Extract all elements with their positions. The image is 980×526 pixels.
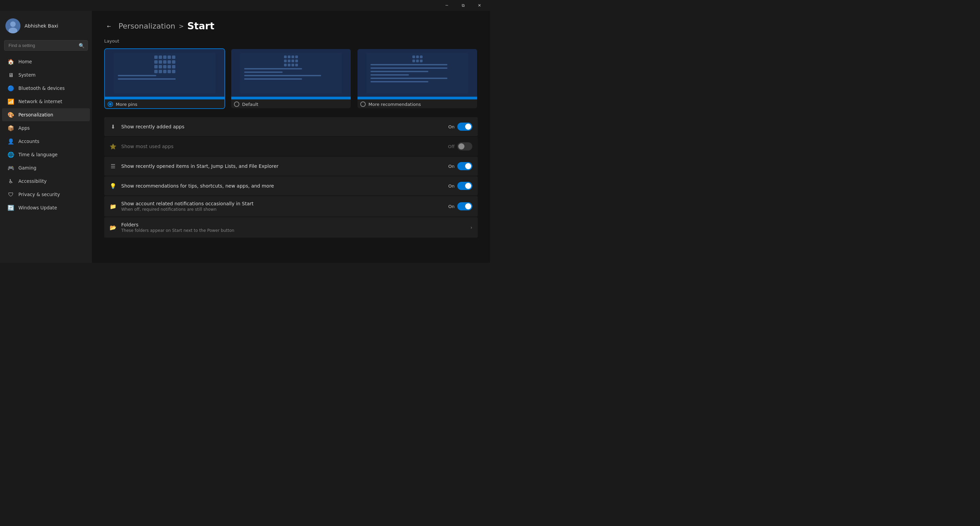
- setting-info-recommendations: Show recommendations for tips, shortcuts…: [121, 183, 444, 189]
- setting-icon-folders: 📂: [110, 224, 116, 231]
- radio-more-recs[interactable]: [360, 102, 366, 107]
- setting-row-recently-opened[interactable]: ☰ Show recently opened items in Start, J…: [104, 157, 478, 176]
- nav-label-bluetooth: Bluetooth & devices: [18, 86, 65, 91]
- sidebar-item-gaming[interactable]: 🎮 Gaming: [2, 161, 90, 174]
- sidebar: Abhishek Baxi 🔍 🏠 Home 🖥 System 🔵 Blueto…: [0, 11, 92, 263]
- close-button[interactable]: ✕: [472, 0, 487, 11]
- nav-icon-privacy: 🛡: [8, 191, 14, 198]
- nav-icon-personalization: 🎨: [8, 111, 14, 118]
- setting-control-account-notifications: On: [449, 202, 472, 210]
- toggle-thumb-recommendations: [465, 183, 471, 189]
- sidebar-item-accounts[interactable]: 👤 Accounts: [2, 135, 90, 148]
- app-body: Abhishek Baxi 🔍 🏠 Home 🖥 System 🔵 Blueto…: [0, 11, 490, 263]
- nav-icon-accounts: 👤: [8, 138, 14, 145]
- sidebar-item-accessibility[interactable]: ♿ Accessibility: [2, 175, 90, 188]
- breadcrumb-separator: >: [179, 22, 184, 30]
- setting-row-most-used[interactable]: ⭐ Show most used apps Off: [104, 137, 478, 156]
- setting-row-recently-added[interactable]: ⬇ Show recently added apps On: [104, 117, 478, 136]
- setting-row-recommendations[interactable]: 💡 Show recommendations for tips, shortcu…: [104, 176, 478, 195]
- setting-info-recently-opened: Show recently opened items in Start, Jum…: [121, 164, 444, 169]
- nav-icon-update: 🔄: [8, 204, 14, 211]
- toggle-recommendations[interactable]: [457, 182, 472, 190]
- nav-icon-network: 📶: [8, 98, 14, 105]
- nav-label-personalization: Personalization: [18, 112, 53, 118]
- setting-row-account-notifications[interactable]: 📁 Show account related notifications occ…: [104, 196, 478, 216]
- nav-label-system: System: [18, 72, 35, 78]
- setting-control-recently-opened: On: [449, 162, 472, 170]
- nav-icon-gaming: 🎮: [8, 164, 14, 171]
- minimize-button[interactable]: ─: [439, 0, 455, 11]
- nav-icon-system: 🖥: [8, 72, 14, 78]
- setting-info-recently-added: Show recently added apps: [121, 124, 444, 129]
- card-bar-default: [231, 97, 351, 99]
- setting-title-folders: Folders: [121, 222, 466, 227]
- sidebar-item-apps[interactable]: 📦 Apps: [2, 122, 90, 135]
- radio-more-pins[interactable]: [108, 102, 113, 107]
- toggle-label-recommendations: On: [449, 183, 455, 189]
- content-area: ← Personalization > Start Layout More pi…: [92, 11, 490, 263]
- avatar: [5, 18, 21, 33]
- toggle-label-most-used: Off: [448, 144, 455, 149]
- sidebar-item-privacy[interactable]: 🛡 Privacy & security: [2, 188, 90, 201]
- toggle-thumb-most-used: [458, 143, 465, 149]
- search-input[interactable]: [4, 40, 88, 51]
- sidebar-item-update[interactable]: 🔄 Windows Update: [2, 201, 90, 214]
- setting-title-recently-added: Show recently added apps: [121, 124, 444, 129]
- radio-default[interactable]: [234, 102, 239, 107]
- nav-list: 🏠 Home 🖥 System 🔵 Bluetooth & devices 📶 …: [0, 55, 92, 215]
- toggle-label-account-notifications: On: [449, 204, 455, 209]
- nav-label-network: Network & internet: [18, 99, 62, 104]
- nav-label-privacy: Privacy & security: [18, 192, 60, 197]
- user-name: Abhishek Baxi: [24, 23, 58, 29]
- nav-icon-accessibility: ♿: [8, 178, 14, 184]
- back-button[interactable]: ←: [104, 21, 114, 31]
- nav-icon-bluetooth: 🔵: [8, 85, 14, 92]
- toggle-thumb-recently-added: [465, 124, 471, 130]
- toggle-account-notifications[interactable]: [457, 202, 472, 210]
- card-bar-more-pins: [105, 97, 224, 99]
- setting-subtitle-account-notifications: When off, required notifications are sti…: [121, 207, 444, 212]
- toggle-recently-added[interactable]: [457, 122, 472, 131]
- sidebar-item-home[interactable]: 🏠 Home: [2, 55, 90, 68]
- setting-icon-recommendations: 💡: [110, 183, 116, 189]
- nav-label-accounts: Accounts: [18, 138, 40, 144]
- breadcrumb-parent[interactable]: Personalization: [118, 22, 175, 30]
- nav-label-apps: Apps: [18, 125, 30, 131]
- breadcrumb-current: Start: [187, 21, 215, 32]
- setting-subtitle-folders: These folders appear on Start next to th…: [121, 228, 466, 233]
- sidebar-item-network[interactable]: 📶 Network & internet: [2, 95, 90, 108]
- setting-icon-most-used: ⭐: [110, 143, 116, 150]
- restore-button[interactable]: ⧉: [455, 0, 471, 11]
- toggle-label-recently-opened: On: [449, 164, 455, 169]
- layout-card-default[interactable]: Default: [231, 48, 352, 109]
- nav-icon-time: 🌐: [8, 151, 14, 158]
- card-preview-default: [231, 49, 351, 97]
- setting-title-recently-opened: Show recently opened items in Start, Jum…: [121, 164, 444, 169]
- setting-icon-recently-opened: ☰: [110, 163, 116, 170]
- setting-info-account-notifications: Show account related notifications occas…: [121, 201, 444, 212]
- setting-icon-account-notifications: 📁: [110, 203, 116, 210]
- user-profile[interactable]: Abhishek Baxi: [0, 15, 92, 40]
- sidebar-item-time[interactable]: 🌐 Time & language: [2, 148, 90, 161]
- setting-row-folders[interactable]: 📂 Folders These folders appear on Start …: [104, 217, 478, 238]
- search-box[interactable]: 🔍: [4, 40, 88, 51]
- sidebar-item-bluetooth[interactable]: 🔵 Bluetooth & devices: [2, 82, 90, 95]
- toggle-most-used[interactable]: [457, 142, 472, 151]
- settings-list: ⬇ Show recently added apps On ⭐ Show mos…: [104, 117, 478, 238]
- setting-control-recommendations: On: [449, 182, 472, 190]
- toggle-thumb-recently-opened: [465, 163, 471, 169]
- card-label-row-default: Default: [231, 99, 351, 108]
- layout-card-more-recs[interactable]: More recommendations: [357, 48, 478, 109]
- sidebar-item-system[interactable]: 🖥 System: [2, 68, 90, 81]
- nav-label-accessibility: Accessibility: [18, 178, 47, 184]
- layout-card-more-pins[interactable]: More pins: [104, 48, 225, 109]
- setting-control-most-used: Off: [448, 142, 472, 151]
- card-preview-more-recs: [358, 49, 477, 97]
- layout-section-label: Layout: [104, 38, 478, 44]
- toggle-recently-opened[interactable]: [457, 162, 472, 170]
- toggle-label-recently-added: On: [449, 124, 455, 129]
- setting-title-account-notifications: Show account related notifications occas…: [121, 201, 444, 206]
- sidebar-item-personalization[interactable]: 🎨 Personalization: [2, 108, 90, 121]
- nav-label-home: Home: [18, 59, 32, 64]
- setting-title-recommendations: Show recommendations for tips, shortcuts…: [121, 183, 444, 189]
